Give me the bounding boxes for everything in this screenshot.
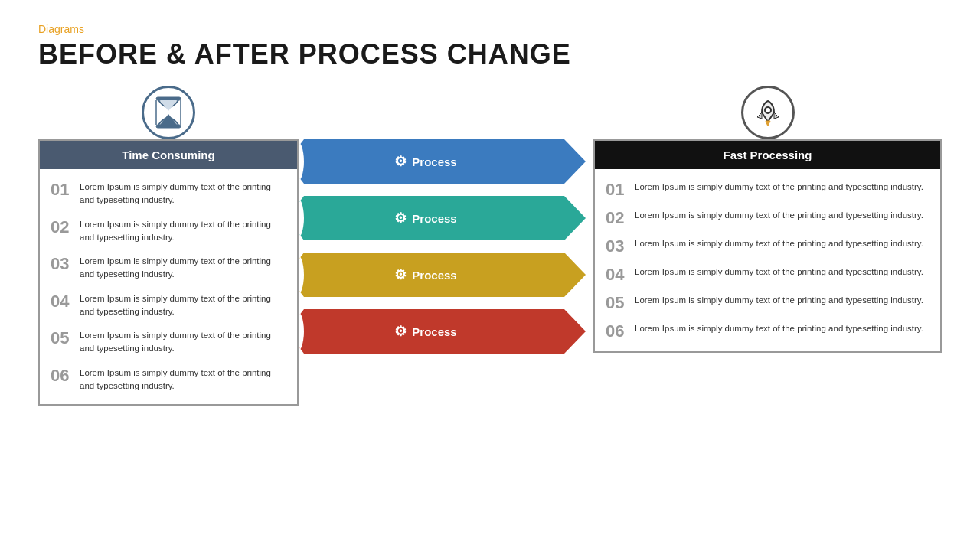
item-number: 04 [606,266,635,283]
page: Diagrams BEFORE & AFTER PROCESS CHANGE [0,0,980,551]
right-box: Fast Processing 01 Lorem Ipsum is simply… [593,139,942,353]
svg-rect-0 [156,97,181,100]
diagram-area: Time Consuming 01 Lorem Ipsum is simply … [38,86,942,406]
svg-point-4 [765,107,771,113]
right-header: Fast Processing [595,141,940,169]
item-text: Lorem Ipsum is simply dummy text of the … [635,266,923,279]
right-list-item: 01 Lorem Ipsum is simply dummy text of t… [606,175,929,204]
svg-rect-1 [156,125,181,128]
right-list-item: 05 Lorem Ipsum is simply dummy text of t… [606,289,929,317]
item-text: Lorem Ipsum is simply dummy text of the … [80,367,286,393]
item-text: Lorem Ipsum is simply dummy text of the … [635,294,923,307]
left-list-item: 01 Lorem Ipsum is simply dummy text of t… [51,175,286,213]
right-items: 01 Lorem Ipsum is simply dummy text of t… [595,169,940,351]
main-title: BEFORE & AFTER PROCESS CHANGE [38,38,942,70]
process-label: ⚙Process [394,210,456,227]
item-number: 01 [51,181,80,198]
item-text: Lorem Ipsum is simply dummy text of the … [80,181,286,207]
left-section: Time Consuming 01 Lorem Ipsum is simply … [38,86,299,406]
item-number: 05 [606,295,635,311]
item-text: Lorem Ipsum is simply dummy text of the … [635,237,923,250]
middle-section: ⚙Process⚙Process⚙Process⚙Process [287,139,586,354]
item-number: 06 [606,323,635,340]
left-list-item: 06 Lorem Ipsum is simply dummy text of t… [51,361,286,399]
rocket-icon-wrap [593,86,942,139]
item-text: Lorem Ipsum is simply dummy text of the … [635,209,923,222]
left-list-item: 03 Lorem Ipsum is simply dummy text of t… [51,249,286,287]
process-label: ⚙Process [394,266,456,283]
left-items: 01 Lorem Ipsum is simply dummy text of t… [40,169,297,404]
item-text: Lorem Ipsum is simply dummy text of the … [635,322,923,335]
item-text: Lorem Ipsum is simply dummy text of the … [80,218,286,245]
item-text: Lorem Ipsum is simply dummy text of the … [80,292,286,319]
process-arrow-2: ⚙Process [287,196,586,240]
item-number: 03 [51,256,80,272]
left-list-item: 04 Lorem Ipsum is simply dummy text of t… [51,287,286,324]
item-text: Lorem Ipsum is simply dummy text of the … [80,255,286,282]
process-label: ⚙Process [394,153,456,170]
item-text: Lorem Ipsum is simply dummy text of the … [635,181,923,194]
item-number: 05 [51,330,80,347]
item-text: Lorem Ipsum is simply dummy text of the … [80,329,286,356]
item-number: 02 [51,219,80,236]
rocket-icon [741,86,795,139]
left-box: Time Consuming 01 Lorem Ipsum is simply … [38,139,299,406]
process-arrow-4: ⚙Process [287,309,586,354]
right-list-item: 02 Lorem Ipsum is simply dummy text of t… [606,204,929,232]
process-arrow-1: ⚙Process [287,139,586,184]
item-number: 02 [606,210,635,227]
hourglass-icon [142,86,195,139]
left-list-item: 05 Lorem Ipsum is simply dummy text of t… [51,324,286,361]
item-number: 01 [606,181,635,198]
process-arrow-3: ⚙Process [287,253,586,297]
item-number: 04 [51,293,80,310]
right-list-item: 06 Lorem Ipsum is simply dummy text of t… [606,317,929,345]
right-list-item: 04 Lorem Ipsum is simply dummy text of t… [606,260,929,289]
right-section: Fast Processing 01 Lorem Ipsum is simply… [593,86,942,353]
left-header: Time Consuming [40,141,297,169]
category-label: Diagrams [38,23,942,35]
item-number: 06 [51,367,80,384]
right-list-item: 03 Lorem Ipsum is simply dummy text of t… [606,232,929,260]
hourglass-icon-wrap [38,86,299,139]
item-number: 03 [606,238,635,255]
left-list-item: 02 Lorem Ipsum is simply dummy text of t… [51,213,286,250]
process-label: ⚙Process [394,323,456,340]
